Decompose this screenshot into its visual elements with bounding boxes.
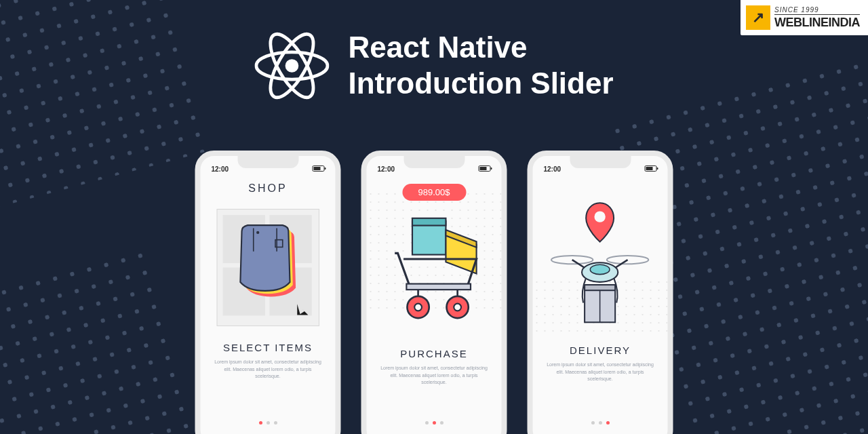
status-time: 12:00 — [212, 165, 229, 173]
title-line-2: Introduction Slider — [348, 66, 613, 102]
react-logo-icon — [254, 28, 329, 103]
battery-icon — [479, 165, 491, 172]
decorative-dots-top-left — [0, 0, 212, 210]
shop-illustration — [201, 195, 336, 340]
arrow-icon: ↗ — [746, 5, 770, 30]
header: React Native Introduction Slider — [254, 28, 613, 103]
shop-top-label: SHOP — [201, 182, 336, 195]
delivery-dots — [591, 421, 610, 425]
svg-rect-30 — [585, 285, 615, 290]
phone-delivery: 12:00 — [528, 151, 673, 434]
company-badge: ↗ SINCE 1999 WEBLINEINDIA — [741, 0, 868, 35]
shop-bottom-label: SELECT ITEMS — [201, 342, 336, 353]
status-bar: 12:00 — [201, 156, 336, 178]
dot-indicator — [440, 421, 443, 425]
dot-indicator — [433, 421, 436, 425]
svg-point-0 — [285, 59, 299, 73]
svg-point-10 — [256, 231, 259, 234]
phone-shop: 12:00 SHOP — [195, 151, 341, 434]
dot-indicator — [599, 421, 602, 425]
shop-dots — [259, 421, 277, 425]
purchase-description: Lorem ipsum dolor sit amet, consectetur … — [367, 359, 502, 387]
badge-since: SINCE 1999 — [774, 6, 860, 15]
purchase-dots — [425, 421, 443, 425]
delivery-bottom-label: DELIVERY — [533, 344, 668, 356]
svg-point-18 — [454, 304, 461, 311]
title-line-1: React Native — [348, 30, 613, 66]
phone-mockups: 12:00 SHOP — [195, 151, 673, 434]
dot-indicator — [606, 421, 610, 425]
svg-point-27 — [591, 264, 610, 274]
svg-rect-14 — [406, 284, 471, 290]
dot-indicator — [259, 421, 262, 425]
phone-purchase: 12:00 989.00$ — [361, 151, 507, 434]
purchase-bottom-label: PURCHASE — [367, 348, 502, 359]
dot-indicator — [267, 421, 270, 425]
dot-indicator — [425, 421, 429, 425]
battery-icon — [313, 165, 325, 172]
delivery-description: Lorem ipsum dolor sit amet, consectetur … — [533, 356, 668, 383]
dot-indicator — [274, 421, 277, 425]
decorative-dots-bottom-left — [0, 245, 197, 434]
delivery-illustration — [533, 197, 668, 343]
status-time: 12:00 — [544, 165, 561, 173]
status-time: 12:00 — [378, 165, 395, 173]
battery-icon — [645, 165, 657, 172]
badge-company: WEBLINEINDIA — [774, 16, 860, 30]
svg-point-16 — [414, 304, 422, 311]
svg-point-21 — [595, 211, 606, 222]
status-bar: 12:00 — [367, 156, 502, 178]
status-bar: 12:00 — [533, 156, 668, 178]
purchase-illustration — [367, 201, 502, 347]
page-title: React Native Introduction Slider — [348, 30, 613, 102]
dot-indicator — [591, 421, 595, 425]
price-badge: 989.00$ — [402, 184, 466, 201]
shop-description: Lorem ipsum dolor sit amet, consectetur … — [201, 353, 336, 380]
svg-rect-13 — [412, 218, 446, 226]
